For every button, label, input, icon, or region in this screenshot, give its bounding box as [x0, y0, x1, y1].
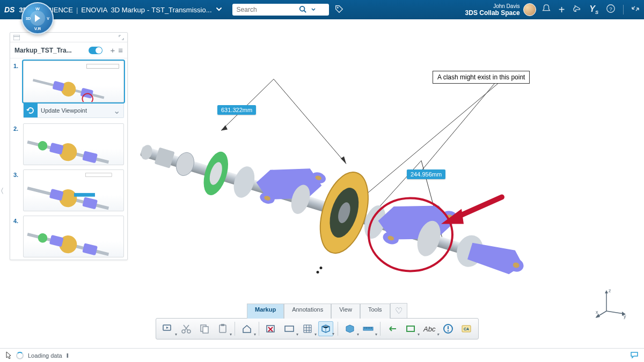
axis-x-label: x — [596, 309, 598, 315]
svg-marker-33 — [221, 125, 228, 131]
paste-button[interactable]: ▾ — [215, 321, 230, 336]
isolate-button[interactable]: ▾ — [342, 321, 357, 336]
tab-annotations[interactable]: Annotations — [284, 304, 331, 319]
user-info[interactable]: John Davis 3DS Collab Space — [465, 3, 520, 16]
global-search[interactable] — [232, 4, 329, 16]
svg-line-68 — [606, 311, 624, 314]
panel-layout-icon[interactable] — [13, 33, 20, 42]
bottom-toolbar-stack: Markup Annotations View Tools ♡ ▾ ▾ ▾ ▾ … — [156, 303, 479, 339]
presentation-mode-button[interactable]: ▾ — [160, 321, 175, 336]
axis-triad[interactable]: z y x — [596, 287, 628, 319]
catia-stamp-button[interactable]: CA — [459, 321, 474, 336]
markup-name: Markup_TST_Tra... — [14, 47, 89, 54]
svg-rect-21 — [82, 197, 98, 209]
arrow-annotation-button[interactable] — [385, 321, 400, 336]
svg-marker-34 — [341, 157, 346, 164]
tab-markup[interactable]: Markup — [247, 304, 284, 319]
pointer-icon[interactable] — [5, 351, 12, 360]
markup-panel: Markup_TST_Tra... + ≡ 1. Update Viewpoin… — [10, 32, 128, 260]
text-annotation[interactable]: A clash might exist in this point — [433, 71, 530, 84]
svg-point-0 — [299, 6, 304, 11]
rectangle-tool-button[interactable]: ▾ — [282, 321, 297, 336]
svg-rect-22 — [85, 173, 112, 177]
collapse-icon[interactable] — [631, 4, 640, 15]
slide-item[interactable]: 3. — [10, 167, 127, 213]
help-icon[interactable]: ? — [606, 4, 616, 16]
share-icon[interactable] — [572, 4, 582, 16]
delete-annotation-button[interactable] — [264, 321, 279, 336]
svg-point-45 — [230, 164, 258, 201]
svg-rect-12 — [86, 64, 119, 69]
panel-collapse-handle[interactable]: 〈 — [0, 186, 4, 195]
search-dropdown[interactable] — [309, 6, 318, 14]
axis-z-label: z — [609, 288, 611, 293]
svg-point-17 — [37, 140, 48, 151]
slide-thumbnail[interactable] — [23, 169, 124, 211]
home-view-button[interactable]: ▾ — [239, 321, 254, 336]
svg-rect-27 — [82, 243, 98, 255]
slide-item[interactable]: 4. — [10, 213, 127, 260]
chevron-down-icon[interactable]: ⌄ — [110, 106, 123, 116]
3d-compass[interactable]: W V.R 3D V — [21, 2, 54, 34]
svg-rect-81 — [285, 326, 294, 331]
topbar-actions: + YS ? — [541, 4, 640, 16]
search-input[interactable] — [232, 6, 297, 13]
text-annotation-button[interactable]: Abc▾ — [421, 321, 437, 336]
slide-thumbnail[interactable] — [23, 216, 124, 257]
measure-button[interactable]: ▾ — [361, 321, 376, 336]
user-avatar[interactable] — [523, 3, 536, 16]
panel-title-row: Markup_TST_Tra... + ≡ — [10, 42, 127, 58]
3d-viewport[interactable]: A clash might exist in this point 631.32… — [129, 19, 644, 343]
info-stamp-button[interactable] — [441, 321, 456, 336]
slide-thumbnail[interactable] — [23, 61, 124, 102]
app-topbar: DS 3DEXPERIENCE | ENOVIA 3D Markup - TST… — [0, 0, 644, 19]
dimension-label[interactable]: 244.956mm — [407, 169, 445, 179]
svg-line-32 — [274, 79, 346, 164]
compass-east: V — [47, 17, 49, 20]
slide-list: 1. Update Viewpoint ⌄ 2. 3. 4. — [10, 58, 127, 260]
document-dropdown[interactable] — [215, 5, 223, 14]
tag-icon[interactable] — [334, 4, 344, 16]
section-tool-button[interactable]: ▾ — [318, 321, 333, 336]
tab-favorites[interactable]: ♡ — [390, 303, 407, 318]
add-icon[interactable]: + — [559, 4, 565, 16]
compass-south: V.R — [34, 26, 41, 31]
svg-rect-78 — [219, 325, 226, 333]
slide-item[interactable]: 2. — [10, 121, 127, 167]
update-viewpoint-button[interactable] — [24, 104, 38, 117]
pause-loading-button[interactable]: II — [67, 352, 68, 359]
cut-button[interactable] — [179, 321, 194, 336]
panel-header — [10, 33, 127, 42]
notifications-icon[interactable] — [541, 4, 551, 16]
chat-icon[interactable] — [630, 351, 639, 360]
command-toolbar: ▾ ▾ ▾ ▾ ▾ ▾ ▾ ▾ ▾ Abc▾ CA — [156, 318, 479, 339]
compass-west: 3D — [26, 17, 31, 20]
tab-tools[interactable]: Tools — [360, 304, 390, 319]
separator — [623, 5, 624, 14]
slide-number: 4. — [13, 216, 23, 257]
svg-point-86 — [448, 330, 449, 332]
ds-logo[interactable]: DS — [4, 5, 14, 14]
grid-tool-button[interactable]: ▾ — [300, 321, 315, 336]
slide-item[interactable]: 1. — [10, 58, 127, 105]
slide-thumbnail[interactable] — [23, 123, 124, 165]
dimension-label[interactable]: 631.322mm — [217, 105, 256, 115]
3d-model-canvas[interactable] — [129, 19, 644, 343]
svg-point-42 — [173, 150, 196, 178]
add-slide-button[interactable]: + — [110, 46, 115, 55]
svg-line-1 — [304, 10, 306, 12]
copy-button[interactable] — [197, 321, 212, 336]
svg-point-38 — [320, 267, 323, 269]
shape-annotation-button[interactable]: ▾ — [403, 321, 418, 336]
tab-view[interactable]: View — [331, 304, 360, 319]
svg-rect-20 — [49, 189, 64, 201]
apps-icon[interactable]: YS — [589, 4, 598, 15]
svg-text:?: ? — [609, 6, 612, 12]
svg-rect-79 — [221, 324, 224, 326]
search-icon[interactable] — [297, 5, 309, 14]
red-arrow-annotation — [441, 197, 502, 224]
panel-menu-icon[interactable]: ≡ — [118, 46, 123, 55]
slide-number: 1. — [13, 61, 23, 102]
panel-expand-icon[interactable] — [119, 33, 124, 42]
markup-toggle[interactable] — [89, 47, 103, 54]
